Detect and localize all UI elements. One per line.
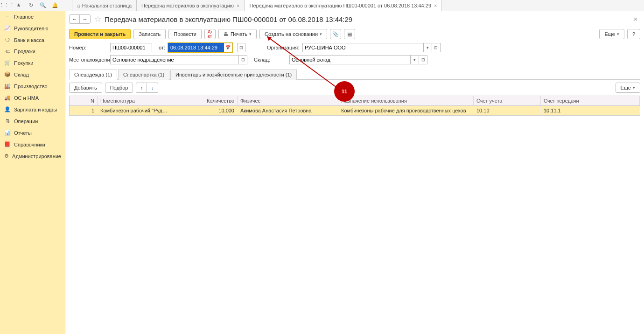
more-button[interactable]: Еще▾	[599, 29, 624, 39]
star-icon[interactable]: ★	[14, 1, 23, 10]
subtabs: Спецодежда (1) Спецоснастка (1) Инвентар…	[69, 69, 640, 80]
sidebar: ≡Главное 📈Руководителю ❍Банк и касса 🏷Пр…	[0, 11, 65, 334]
date-input[interactable]	[168, 43, 224, 52]
favorite-icon[interactable]: ☆	[94, 14, 102, 24]
button-label: Печать	[231, 31, 247, 37]
sidebar-item-assets[interactable]: 🚚ОС и НМА	[0, 92, 65, 104]
tab-label: Начальная страница	[82, 3, 132, 8]
menu-icon: ≡	[4, 14, 11, 20]
sidebar-item-label: Отчеты	[14, 130, 32, 136]
back-button[interactable]: ←	[70, 15, 80, 23]
th-transfer-account[interactable]: Счет передачи	[541, 96, 640, 105]
form: Номер: от: 📅 ⊡ Организация: ▾ ⊡	[65, 41, 644, 69]
org-field-wrap: ▾ ⊡	[302, 43, 441, 52]
swap-icon: ⇅	[4, 118, 11, 124]
td-n: 1	[70, 106, 98, 115]
report-button[interactable]: ▤	[344, 29, 355, 39]
create-based-button[interactable]: Создать на основании▾	[259, 29, 327, 39]
close-icon[interactable]: ×	[237, 3, 239, 8]
td-transfer-account: 10.11.1	[541, 106, 640, 115]
caret-icon: ▾	[633, 85, 635, 90]
th-quantity[interactable]: Количество	[172, 96, 238, 105]
button-label: Записать	[139, 31, 161, 37]
move-up-button[interactable]: ↑	[136, 83, 147, 93]
td-nomenclature: Комбинезон рабочий "Рудокоп...	[98, 106, 172, 115]
annotation-badge: 11	[334, 81, 355, 102]
sidebar-item-purchases[interactable]: 🛒Покупки	[0, 57, 65, 69]
th-nomenclature[interactable]: Номенклатура	[98, 96, 172, 105]
button-label: Провести и закрыть	[74, 31, 126, 37]
td-physical: Акимова Анастасия Петровна	[238, 106, 338, 115]
sidebar-item-admin[interactable]: ⚙Администрирование	[0, 150, 65, 162]
table-row[interactable]: 1 Комбинезон рабочий "Рудокоп... 10,000 …	[70, 106, 640, 115]
dropdown-icon[interactable]: ▾	[424, 43, 432, 52]
sidebar-item-label: Банк и касса	[14, 37, 44, 43]
help-button[interactable]: ?	[627, 29, 640, 39]
location-field-wrap: ⊡	[110, 55, 247, 64]
expand-icon[interactable]: ⊡	[237, 43, 245, 52]
date-field-wrap: 📅	[168, 43, 232, 52]
apps-icon[interactable]: ⋮⋮⋮	[2, 1, 11, 10]
sidebar-item-label: Производство	[14, 84, 48, 89]
close-icon[interactable]: ×	[434, 3, 437, 8]
subtab-tooling[interactable]: Спецоснастка (1)	[118, 70, 169, 80]
sidebar-item-manager[interactable]: 📈Руководителю	[0, 22, 65, 34]
number-input[interactable]	[110, 43, 152, 52]
forward-button[interactable]: →	[80, 15, 90, 23]
th-account[interactable]: Счет учета	[474, 96, 541, 105]
move-down-button[interactable]: ↓	[147, 83, 158, 93]
sidebar-item-main[interactable]: ≡Главное	[0, 11, 65, 22]
factory-icon: 🏭	[4, 83, 11, 89]
subtab-clothing[interactable]: Спецодежда (1)	[69, 70, 117, 80]
content: ← → ☆ Передача материалов в эксплуатацию…	[65, 11, 644, 334]
sidebar-item-sales[interactable]: 🏷Продажи	[0, 46, 65, 57]
tab-document[interactable]: Передача материалов в эксплуатацию ПШ00-…	[245, 0, 442, 11]
close-page-button[interactable]: ×	[631, 15, 640, 23]
dt-kt-button[interactable]: ДтКт	[204, 29, 216, 39]
topbar: ⋮⋮⋮ ★ ↻ 🔍 🔔 ⌂ Начальная страница Передач…	[0, 0, 644, 11]
open-icon[interactable]: ⊡	[239, 55, 247, 64]
calendar-icon[interactable]: 📅	[224, 43, 232, 52]
tab-home[interactable]: ⌂ Начальная страница	[72, 0, 137, 11]
sidebar-item-production[interactable]: 🏭Производство	[0, 80, 65, 92]
th-n[interactable]: N	[70, 96, 98, 105]
subtab-inventory[interactable]: Инвентарь и хозяйственные принадлежности…	[170, 70, 297, 80]
th-physical[interactable]: Физичес	[238, 96, 338, 105]
tab-list[interactable]: Передача материалов в эксплуатацию ×	[137, 0, 245, 11]
post-and-close-button[interactable]: Провести и закрыть	[69, 29, 131, 39]
sidebar-item-references[interactable]: 📕Справочники	[0, 139, 65, 150]
table-more-button[interactable]: Еще▾	[616, 83, 640, 93]
save-button[interactable]: Записать	[133, 29, 166, 39]
search-icon[interactable]: 🔍	[38, 1, 48, 10]
caret-icon: ▾	[617, 32, 619, 36]
book-icon: 📕	[4, 141, 11, 147]
print-button[interactable]: 🖶Печать▾	[218, 29, 257, 39]
post-button[interactable]: Провести	[168, 29, 202, 39]
add-button[interactable]: Добавить	[69, 83, 102, 93]
attach-button[interactable]: 📎	[330, 29, 341, 39]
open-icon[interactable]: ⊡	[419, 55, 427, 64]
sidebar-item-warehouse[interactable]: 📦Склад	[0, 69, 65, 80]
sidebar-item-reports[interactable]: 📊Отчеты	[0, 127, 65, 139]
open-icon[interactable]: ⊡	[432, 43, 441, 52]
nav-buttons: ← →	[69, 14, 91, 24]
home-icon: ⌂	[77, 3, 80, 8]
history-icon[interactable]: ↻	[26, 1, 35, 10]
sidebar-item-operations[interactable]: ⇅Операции	[0, 115, 65, 127]
warehouse-input[interactable]	[289, 55, 411, 64]
location-input[interactable]	[110, 55, 239, 64]
org-input[interactable]	[302, 43, 424, 52]
table-header: N Номенклатура Количество Физичес Назнач…	[70, 96, 640, 106]
sidebar-item-label: Склад	[14, 72, 29, 77]
sidebar-item-label: Главное	[14, 14, 34, 20]
dropdown-icon[interactable]: ▾	[411, 55, 419, 64]
warehouse-label: Склад:	[254, 57, 273, 63]
sidebar-item-bank[interactable]: ❍Банк и касса	[0, 34, 65, 46]
button-label: Подбор	[110, 85, 128, 90]
sidebar-item-label: Операции	[14, 118, 38, 124]
th-purpose[interactable]: Назначение использования	[338, 96, 474, 105]
sidebar-item-label: Администрирование	[12, 153, 61, 159]
bell-icon[interactable]: 🔔	[50, 1, 60, 10]
select-button[interactable]: Подбор	[105, 83, 133, 93]
sidebar-item-hr[interactable]: 👤Зарплата и кадры	[0, 104, 65, 115]
